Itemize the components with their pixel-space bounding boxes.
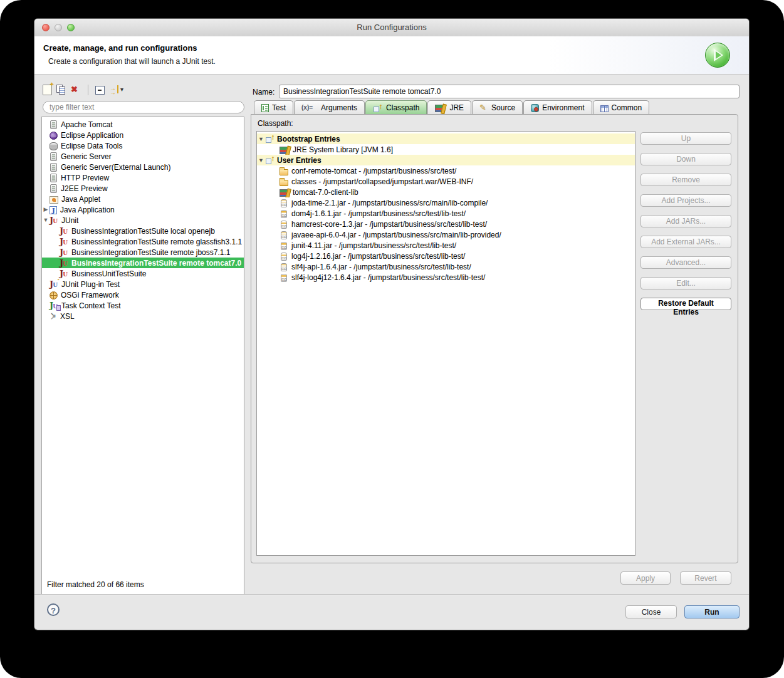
sidebar-item-businessunittestsuite[interactable]: BusinessUnitTestSuite	[42, 268, 244, 279]
help-button[interactable]: ?	[47, 603, 60, 616]
down-button[interactable]: Down	[640, 153, 731, 165]
classpath-entry-slf4j-log4j12-1-6-4-jar[interactable]: slf4j-log4j12-1.6.4.jar - /jumpstart/bus…	[257, 272, 635, 283]
duplicate-icon	[56, 85, 66, 95]
classpath-icon	[265, 134, 275, 143]
duplicate-configuration-button[interactable]	[56, 85, 66, 95]
classpath-entry-conf-remote-tomcat[interactable]: conf-remote-tomcat - /jumpstart/business…	[257, 165, 635, 176]
sidebar-item-eclipse-application[interactable]: Eclipse Application	[42, 130, 244, 140]
delete-configuration-button[interactable]	[71, 85, 81, 95]
header-banner: Create, manage, and run configurations C…	[34, 36, 749, 75]
tab-environment[interactable]: Environment	[523, 100, 592, 115]
test-icon	[261, 104, 269, 112]
classpath-entry-dom4j-1-6-1-jar[interactable]: dom4j-1.6.1.jar - /jumpstart/business/sr…	[257, 208, 635, 219]
jar-icon	[281, 263, 287, 271]
item-label: junit-4.11.jar - /jumpstart/business/src…	[291, 241, 456, 250]
close-window-button[interactable]	[42, 24, 50, 31]
expand-arrow-icon[interactable]: ▼	[257, 157, 265, 164]
jar-icon	[281, 242, 287, 250]
footer-divider	[34, 594, 749, 595]
sidebar-item-j2ee-preview[interactable]: J2EE Preview	[42, 183, 244, 194]
item-label: User Entries	[277, 156, 321, 165]
classpath-entry-javaee-api-6-0-4-jar[interactable]: javaee-api-6.0-4.jar - /jumpstart/busine…	[257, 229, 635, 240]
banner-subtitle: Create a configuration that will launch …	[48, 57, 749, 66]
sidebar-item-generic-server-external-launch[interactable]: Generic Server(External Launch)	[42, 162, 244, 172]
sidebar-item-http-preview[interactable]: HTTP Preview	[42, 172, 244, 183]
sidebar-item-businessintegrationtestsuite-local-openejb[interactable]: BusinessIntegrationTestSuite local opene…	[42, 226, 244, 236]
edit-button[interactable]: Edit...	[640, 277, 731, 289]
classpath-buttons: UpDownRemoveAdd Projects...Add JARs...Ad…	[640, 132, 731, 310]
classpath-entry-joda-time-2-1-jar[interactable]: joda-time-2.1.jar - /jumpstart/business/…	[257, 197, 635, 208]
sidebar-item-task-context-test[interactable]: Task Context Test	[42, 300, 244, 311]
sidebar-item-eclipse-data-tools[interactable]: Eclipse Data Tools	[42, 140, 244, 151]
tab-jre[interactable]: JRE	[427, 100, 471, 115]
common-icon	[600, 105, 609, 112]
sidebar-item-java-application[interactable]: ▶Java Application	[42, 204, 244, 215]
title-bar[interactable]: Run Configurations	[34, 19, 749, 37]
restore-default-entries-button[interactable]: Restore Default Entries	[640, 298, 731, 310]
source-icon	[479, 103, 488, 113]
sidebar-item-businessintegrationtestsuite-remote-tomcat7-0[interactable]: BusinessIntegrationTestSuite remote tomc…	[42, 258, 244, 268]
library-icon	[280, 147, 288, 154]
expand-arrow-icon[interactable]: ▶	[42, 204, 50, 215]
sidebar-item-junit[interactable]: ▼JUnit	[42, 215, 244, 226]
junit-icon	[50, 216, 60, 226]
screen-background: Run Configurations Create, manage, and r…	[0, 0, 784, 678]
expand-arrow-icon[interactable]: ▼	[257, 136, 265, 142]
item-label: Test	[272, 103, 286, 112]
item-label: slf4j-api-1.6.4.jar - /jumpstart/busines…	[291, 263, 471, 271]
classpath-entry-slf4j-api-1-6-4-jar[interactable]: slf4j-api-1.6.4.jar - /jumpstart/busines…	[257, 261, 635, 272]
advanced-button[interactable]: Advanced...	[640, 256, 731, 269]
expand-arrow-icon[interactable]: ▼	[42, 215, 50, 226]
run-button[interactable]: Run	[684, 605, 740, 618]
java-icon	[50, 206, 57, 214]
classpath-tree-panel: ▼Bootstrap EntriesJRE System Library [JV…	[256, 131, 635, 556]
tab-arguments[interactable]: Arguments	[294, 100, 365, 115]
classpath-icon	[373, 103, 383, 113]
filter-input[interactable]	[43, 101, 244, 113]
revert-button[interactable]: Revert	[680, 571, 731, 585]
new-configuration-button[interactable]	[43, 85, 52, 95]
minimize-window-button[interactable]	[55, 24, 62, 31]
add-external-jars-button[interactable]: Add External JARs...	[640, 236, 731, 248]
classpath-entry-jre[interactable]: JRE System Library [JVM 1.6]	[257, 144, 635, 155]
sidebar-item-generic-server[interactable]: Generic Server	[42, 151, 244, 162]
args-icon	[301, 103, 318, 113]
sidebar-item-xsl[interactable]: XSL	[42, 311, 244, 321]
tab-classpath[interactable]: Classpath	[365, 100, 427, 115]
classpath-entry-junit-4-11-jar[interactable]: junit-4.11.jar - /jumpstart/business/src…	[257, 240, 635, 251]
sidebar-item-java-applet[interactable]: Java Applet	[42, 194, 244, 204]
tab-test[interactable]: Test	[254, 100, 293, 115]
classpath-entry-classes[interactable]: classes - /jumpstart/collapsed/jumpstart…	[257, 176, 635, 187]
filter-button[interactable]	[109, 85, 130, 95]
xsl-icon	[50, 311, 58, 321]
collapse-all-button[interactable]	[95, 85, 105, 95]
classpath-entry-tomcat-7-0-client-lib[interactable]: tomcat-7.0-client-lib	[257, 187, 635, 197]
zoom-window-button[interactable]	[67, 24, 75, 31]
remove-button[interactable]: Remove	[640, 174, 731, 186]
classpath-entry-bootstrap[interactable]: ▼Bootstrap Entries	[257, 133, 635, 144]
sidebar-item-junit-plug-in-test[interactable]: JUnit Plug-in Test	[42, 279, 244, 289]
jar-icon	[281, 199, 287, 207]
classpath-entry-hamcrest-core-1-3-jar[interactable]: hamcrest-core-1.3.jar - /jumpstart/busin…	[257, 219, 635, 229]
item-label: Eclipse Application	[61, 131, 123, 140]
up-button[interactable]: Up	[640, 132, 731, 145]
apply-button[interactable]: Apply	[620, 571, 671, 585]
add-jars-button[interactable]: Add JARs...	[640, 215, 731, 227]
sidebar-item-osgi-framework[interactable]: OSGi Framework	[42, 289, 244, 300]
sidebar-item-businessintegrationtestsuite-remote-glassfish3-1-1[interactable]: BusinessIntegrationTestSuite remote glas…	[42, 236, 244, 247]
item-label: JRE	[449, 103, 464, 112]
classpath-entry-user[interactable]: ▼User Entries	[257, 155, 635, 165]
tab-common[interactable]: Common	[593, 100, 650, 115]
close-button[interactable]: Close	[625, 605, 677, 618]
sidebar-item-businessintegrationtestsuite-remote-jboss7-1-1[interactable]: BusinessIntegrationTestSuite remote jbos…	[42, 247, 244, 258]
classpath-entry-log4j-1-2-16-jar[interactable]: log4j-1.2.16.jar - /jumpstart/business/s…	[257, 251, 635, 261]
configurations-tree: Apache TomcatEclipse ApplicationEclipse …	[42, 117, 244, 321]
item-label: dom4j-1.6.1.jar - /jumpstart/business/sr…	[291, 209, 466, 218]
configurations-toolbar	[43, 81, 244, 98]
sidebar-item-apache-tomcat[interactable]: Apache Tomcat	[42, 119, 244, 130]
item-label: J2EE Preview	[61, 184, 108, 193]
configuration-name-input[interactable]	[279, 85, 740, 98]
add-projects-button[interactable]: Add Projects...	[640, 194, 731, 207]
tab-source[interactable]: Source	[472, 100, 523, 115]
item-label: JUnit Plug-in Test	[61, 280, 120, 289]
